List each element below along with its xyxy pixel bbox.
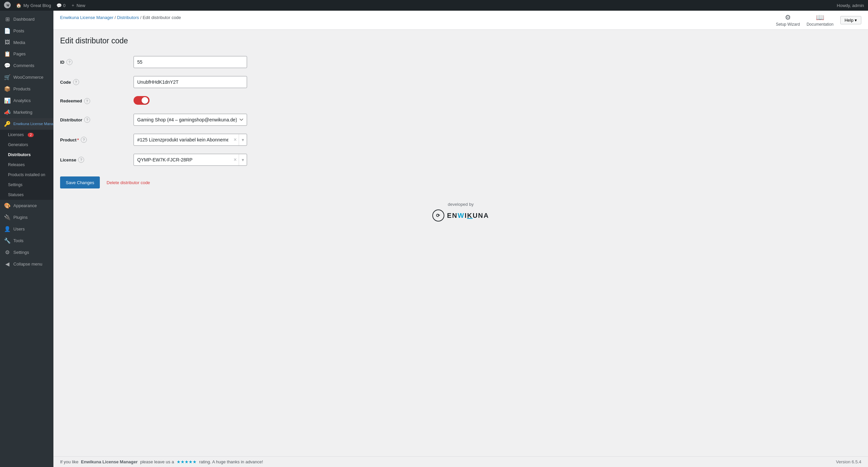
license-input-cell: × ▾ — [133, 150, 861, 170]
star-rating: ★★★★★ — [177, 459, 197, 464]
admin-sidebar: ⊞ Dashboard 📄 Posts 🖼 Media 📋 Pages 💬 Co… — [0, 11, 54, 467]
footer-note: If you like Enwikuna License Manager ple… — [54, 456, 868, 467]
license-help-icon[interactable]: ? — [78, 157, 84, 163]
distributor-select[interactable]: Gaming Shop (#4 – gamingshop@enwikuna.de… — [133, 114, 247, 126]
documentation-button[interactable]: 📖 Documentation — [807, 13, 834, 27]
submenu-distributors[interactable]: Distributors — [0, 150, 54, 160]
submenu-generators[interactable]: Generators — [0, 140, 54, 150]
media-icon: 🖼 — [4, 39, 11, 45]
distributor-help-icon[interactable]: ? — [84, 117, 90, 123]
sidebar-item-analytics[interactable]: 📊 Analytics — [0, 95, 54, 106]
tools-icon: 🔧 — [4, 237, 11, 244]
analytics-icon: 📊 — [4, 97, 11, 104]
sidebar-item-media[interactable]: 🖼 Media — [0, 37, 54, 48]
toggle-track — [133, 96, 150, 105]
id-row: ID ? — [60, 52, 861, 72]
id-input-cell — [133, 52, 861, 72]
license-combo-input[interactable] — [134, 155, 232, 164]
submenu-products-installed[interactable]: Products installed on — [0, 170, 54, 180]
sidebar-item-pages[interactable]: 📋 Pages — [0, 48, 54, 60]
submenu-settings[interactable]: Settings — [0, 180, 54, 190]
submenu-releases[interactable]: Releases — [0, 160, 54, 170]
page-title: Edit distributor code — [60, 36, 861, 45]
form-actions: Save Changes Delete distributor code — [60, 176, 861, 189]
sidebar-item-dashboard[interactable]: ⊞ Dashboard — [0, 13, 54, 25]
sidebar-item-comments[interactable]: 💬 Comments — [0, 60, 54, 71]
comments-icon: 💬 — [4, 62, 11, 69]
howdy-text: Howdy, admin — [837, 3, 864, 8]
footer-area: developed by ⟳ ENWIKUNA — [60, 189, 861, 228]
enwikuna-logo-icon: ⟳ — [432, 209, 444, 222]
sidebar-item-collapse[interactable]: ◀ Collapse menu — [0, 258, 54, 270]
distributor-row: Distributor ? Gaming Shop (#4 – gamingsh… — [60, 110, 861, 130]
breadcrumb-root-link[interactable]: Enwikuna License Manager — [60, 15, 114, 20]
license-arrow-icon[interactable]: ▾ — [239, 154, 247, 165]
product-input-cell: × ▾ — [133, 130, 861, 150]
form-table: ID ? Code ? — [60, 52, 861, 170]
sidebar-item-woocommerce[interactable]: 🛒 WooCommerce — [0, 71, 54, 83]
product-combo-input[interactable] — [134, 135, 232, 144]
setup-wizard-button[interactable]: ⚙ Setup Wizard — [776, 13, 800, 27]
sidebar-item-enwikuna[interactable]: 🔑 Enwikuna License Manager — [0, 118, 54, 130]
footer-rating-text: If you like Enwikuna License Manager ple… — [60, 459, 263, 464]
sidebar-item-users[interactable]: 👤 Users — [0, 223, 54, 235]
product-row: Product * ? × ▾ — [60, 130, 861, 150]
site-name[interactable]: 🏠 My Great Blog — [16, 3, 51, 8]
top-action-buttons: ⚙ Setup Wizard 📖 Documentation Help ▾ — [776, 13, 861, 27]
redeemed-toggle[interactable] — [133, 96, 150, 105]
version-text: Version 6.5.4 — [836, 459, 861, 464]
new-item-button[interactable]: ＋ New — [71, 2, 85, 8]
sidebar-item-appearance[interactable]: 🎨 Appearance — [0, 200, 54, 211]
breadcrumb-middle-link[interactable]: Distributors — [117, 15, 139, 20]
code-label-cell: Code ? — [60, 72, 133, 92]
product-clear-icon[interactable]: × — [232, 137, 239, 143]
product-help-icon[interactable]: ? — [81, 137, 87, 143]
license-clear-icon[interactable]: × — [232, 157, 239, 163]
breadcrumb-sep1: / — [115, 15, 117, 20]
comment-count[interactable]: 💬 0 — [56, 3, 65, 8]
id-help-icon[interactable]: ? — [66, 59, 72, 65]
toggle-thumb — [142, 97, 148, 104]
edit-distributor-form: ID ? Code ? — [60, 52, 861, 189]
sidebar-item-tools[interactable]: 🔧 Tools — [0, 235, 54, 246]
submenu-statuses[interactable]: Statuses — [0, 190, 54, 200]
code-input[interactable] — [133, 76, 247, 88]
product-label: Product — [60, 137, 76, 142]
code-row: Code ? — [60, 72, 861, 92]
wp-logo-icon — [4, 2, 11, 9]
license-combo-select: × ▾ — [133, 154, 247, 166]
license-label-cell: License ? — [60, 150, 133, 170]
product-required-star: * — [77, 137, 79, 142]
product-arrow-icon[interactable]: ▾ — [239, 134, 247, 145]
admin-bar: 🏠 My Great Blog 💬 0 ＋ New Howdy, admin — [0, 0, 868, 11]
sidebar-item-marketing[interactable]: 📣 Marketing — [0, 106, 54, 118]
users-icon: 👤 — [4, 226, 11, 232]
footer-plugin-name: Enwikuna License Manager — [81, 459, 138, 464]
license-label: License — [60, 158, 76, 162]
id-label: ID — [60, 60, 64, 65]
redeemed-row: Redeemed ? — [60, 92, 861, 110]
license-row: License ? × ▾ — [60, 150, 861, 170]
enwikuna-submenu: Licenses 2 Generators Distributors Relea… — [0, 130, 54, 200]
distributor-label-cell: Distributor ? — [60, 110, 133, 130]
top-action-bar: Enwikuna License Manager / Distributors … — [54, 11, 868, 30]
distributor-label: Distributor — [60, 118, 82, 123]
plugins-icon: 🔌 — [4, 214, 11, 221]
delete-distributor-link[interactable]: Delete distributor code — [104, 178, 153, 187]
id-input[interactable] — [133, 56, 247, 68]
sidebar-item-settings[interactable]: ⚙ Settings — [0, 246, 54, 258]
help-button[interactable]: Help ▾ — [840, 16, 861, 24]
settings-icon: ⚙ — [4, 249, 11, 256]
sidebar-item-products[interactable]: 📦 Products — [0, 83, 54, 95]
products-icon: 📦 — [4, 86, 11, 92]
save-changes-button[interactable]: Save Changes — [60, 176, 100, 189]
submenu-licenses[interactable]: Licenses 2 — [0, 130, 54, 140]
code-help-icon[interactable]: ? — [73, 79, 79, 85]
enwikuna-logo-text: ENWIKUNA — [447, 212, 489, 220]
sidebar-item-plugins[interactable]: 🔌 Plugins — [0, 211, 54, 223]
sidebar-item-posts[interactable]: 📄 Posts — [0, 25, 54, 37]
redeemed-help-icon[interactable]: ? — [84, 98, 90, 104]
collapse-icon: ◀ — [4, 261, 11, 267]
redeemed-input-cell — [133, 92, 861, 110]
enwikuna-icon: 🔑 — [4, 121, 11, 127]
